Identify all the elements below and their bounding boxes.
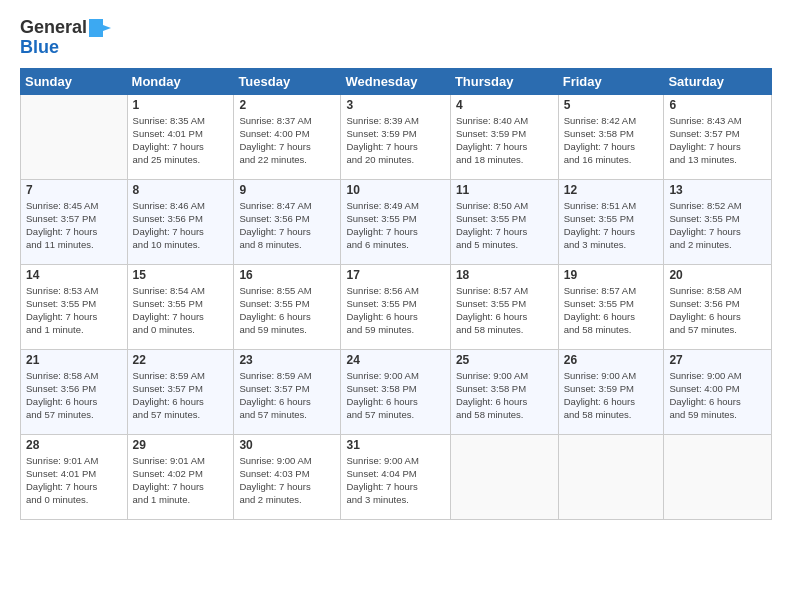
calendar-day-cell: 29Sunrise: 9:01 AM Sunset: 4:02 PM Dayli… — [127, 434, 234, 519]
calendar-day-cell: 21Sunrise: 8:58 AM Sunset: 3:56 PM Dayli… — [21, 349, 128, 434]
calendar-day-cell: 7Sunrise: 8:45 AM Sunset: 3:57 PM Daylig… — [21, 179, 128, 264]
calendar-day-cell: 26Sunrise: 9:00 AM Sunset: 3:59 PM Dayli… — [558, 349, 664, 434]
day-of-week-header: Friday — [558, 68, 664, 94]
day-of-week-header: Tuesday — [234, 68, 341, 94]
day-of-week-header: Thursday — [450, 68, 558, 94]
day-info: Sunrise: 8:42 AM Sunset: 3:58 PM Dayligh… — [564, 114, 659, 167]
day-number: 21 — [26, 353, 122, 367]
day-of-week-header: Monday — [127, 68, 234, 94]
day-info: Sunrise: 9:00 AM Sunset: 3:58 PM Dayligh… — [456, 369, 553, 422]
calendar-day-cell: 5Sunrise: 8:42 AM Sunset: 3:58 PM Daylig… — [558, 94, 664, 179]
day-info: Sunrise: 9:00 AM Sunset: 4:04 PM Dayligh… — [346, 454, 444, 507]
calendar-day-cell: 22Sunrise: 8:59 AM Sunset: 3:57 PM Dayli… — [127, 349, 234, 434]
calendar-day-cell: 12Sunrise: 8:51 AM Sunset: 3:55 PM Dayli… — [558, 179, 664, 264]
day-info: Sunrise: 9:01 AM Sunset: 4:02 PM Dayligh… — [133, 454, 229, 507]
day-info: Sunrise: 8:58 AM Sunset: 3:56 PM Dayligh… — [26, 369, 122, 422]
page-header: General Blue — [20, 18, 772, 58]
logo-arrow-icon — [89, 19, 111, 37]
day-info: Sunrise: 8:50 AM Sunset: 3:55 PM Dayligh… — [456, 199, 553, 252]
day-number: 11 — [456, 183, 553, 197]
day-number: 2 — [239, 98, 335, 112]
calendar-day-cell: 9Sunrise: 8:47 AM Sunset: 3:56 PM Daylig… — [234, 179, 341, 264]
calendar-week-row: 28Sunrise: 9:01 AM Sunset: 4:01 PM Dayli… — [21, 434, 772, 519]
calendar-day-cell: 16Sunrise: 8:55 AM Sunset: 3:55 PM Dayli… — [234, 264, 341, 349]
calendar-day-cell: 25Sunrise: 9:00 AM Sunset: 3:58 PM Dayli… — [450, 349, 558, 434]
day-info: Sunrise: 8:57 AM Sunset: 3:55 PM Dayligh… — [564, 284, 659, 337]
calendar-week-row: 7Sunrise: 8:45 AM Sunset: 3:57 PM Daylig… — [21, 179, 772, 264]
day-of-week-header: Saturday — [664, 68, 772, 94]
day-info: Sunrise: 8:56 AM Sunset: 3:55 PM Dayligh… — [346, 284, 444, 337]
calendar-day-cell: 3Sunrise: 8:39 AM Sunset: 3:59 PM Daylig… — [341, 94, 450, 179]
day-number: 15 — [133, 268, 229, 282]
day-number: 4 — [456, 98, 553, 112]
day-info: Sunrise: 8:52 AM Sunset: 3:55 PM Dayligh… — [669, 199, 766, 252]
day-info: Sunrise: 8:37 AM Sunset: 4:00 PM Dayligh… — [239, 114, 335, 167]
day-number: 14 — [26, 268, 122, 282]
day-info: Sunrise: 8:35 AM Sunset: 4:01 PM Dayligh… — [133, 114, 229, 167]
day-info: Sunrise: 9:00 AM Sunset: 3:59 PM Dayligh… — [564, 369, 659, 422]
day-number: 27 — [669, 353, 766, 367]
calendar-header-row: SundayMondayTuesdayWednesdayThursdayFrid… — [21, 68, 772, 94]
day-number: 16 — [239, 268, 335, 282]
day-of-week-header: Sunday — [21, 68, 128, 94]
calendar-table: SundayMondayTuesdayWednesdayThursdayFrid… — [20, 68, 772, 520]
calendar-day-cell — [664, 434, 772, 519]
day-number: 28 — [26, 438, 122, 452]
calendar-day-cell: 28Sunrise: 9:01 AM Sunset: 4:01 PM Dayli… — [21, 434, 128, 519]
logo: General Blue — [20, 18, 111, 58]
day-number: 8 — [133, 183, 229, 197]
svg-marker-0 — [89, 19, 111, 37]
day-info: Sunrise: 8:45 AM Sunset: 3:57 PM Dayligh… — [26, 199, 122, 252]
calendar-day-cell — [21, 94, 128, 179]
calendar-day-cell: 30Sunrise: 9:00 AM Sunset: 4:03 PM Dayli… — [234, 434, 341, 519]
calendar-day-cell: 17Sunrise: 8:56 AM Sunset: 3:55 PM Dayli… — [341, 264, 450, 349]
calendar-day-cell: 4Sunrise: 8:40 AM Sunset: 3:59 PM Daylig… — [450, 94, 558, 179]
calendar-day-cell — [450, 434, 558, 519]
logo-general: General — [20, 18, 87, 38]
day-info: Sunrise: 8:59 AM Sunset: 3:57 PM Dayligh… — [133, 369, 229, 422]
calendar-day-cell: 10Sunrise: 8:49 AM Sunset: 3:55 PM Dayli… — [341, 179, 450, 264]
day-info: Sunrise: 8:57 AM Sunset: 3:55 PM Dayligh… — [456, 284, 553, 337]
day-number: 9 — [239, 183, 335, 197]
day-number: 26 — [564, 353, 659, 367]
day-info: Sunrise: 8:55 AM Sunset: 3:55 PM Dayligh… — [239, 284, 335, 337]
day-info: Sunrise: 8:58 AM Sunset: 3:56 PM Dayligh… — [669, 284, 766, 337]
day-info: Sunrise: 8:54 AM Sunset: 3:55 PM Dayligh… — [133, 284, 229, 337]
day-info: Sunrise: 8:46 AM Sunset: 3:56 PM Dayligh… — [133, 199, 229, 252]
calendar-day-cell: 23Sunrise: 8:59 AM Sunset: 3:57 PM Dayli… — [234, 349, 341, 434]
day-number: 10 — [346, 183, 444, 197]
day-info: Sunrise: 8:39 AM Sunset: 3:59 PM Dayligh… — [346, 114, 444, 167]
calendar-day-cell: 13Sunrise: 8:52 AM Sunset: 3:55 PM Dayli… — [664, 179, 772, 264]
day-number: 13 — [669, 183, 766, 197]
calendar-day-cell: 14Sunrise: 8:53 AM Sunset: 3:55 PM Dayli… — [21, 264, 128, 349]
calendar-day-cell: 11Sunrise: 8:50 AM Sunset: 3:55 PM Dayli… — [450, 179, 558, 264]
calendar-week-row: 21Sunrise: 8:58 AM Sunset: 3:56 PM Dayli… — [21, 349, 772, 434]
day-of-week-header: Wednesday — [341, 68, 450, 94]
day-number: 23 — [239, 353, 335, 367]
calendar-day-cell: 20Sunrise: 8:58 AM Sunset: 3:56 PM Dayli… — [664, 264, 772, 349]
day-info: Sunrise: 9:00 AM Sunset: 4:00 PM Dayligh… — [669, 369, 766, 422]
calendar-day-cell: 15Sunrise: 8:54 AM Sunset: 3:55 PM Dayli… — [127, 264, 234, 349]
day-number: 17 — [346, 268, 444, 282]
day-number: 7 — [26, 183, 122, 197]
day-info: Sunrise: 9:00 AM Sunset: 3:58 PM Dayligh… — [346, 369, 444, 422]
calendar-day-cell: 1Sunrise: 8:35 AM Sunset: 4:01 PM Daylig… — [127, 94, 234, 179]
day-number: 31 — [346, 438, 444, 452]
day-number: 29 — [133, 438, 229, 452]
day-number: 3 — [346, 98, 444, 112]
calendar-day-cell: 27Sunrise: 9:00 AM Sunset: 4:00 PM Dayli… — [664, 349, 772, 434]
day-info: Sunrise: 9:01 AM Sunset: 4:01 PM Dayligh… — [26, 454, 122, 507]
day-number: 6 — [669, 98, 766, 112]
calendar-day-cell: 19Sunrise: 8:57 AM Sunset: 3:55 PM Dayli… — [558, 264, 664, 349]
day-info: Sunrise: 8:40 AM Sunset: 3:59 PM Dayligh… — [456, 114, 553, 167]
day-info: Sunrise: 9:00 AM Sunset: 4:03 PM Dayligh… — [239, 454, 335, 507]
day-info: Sunrise: 8:49 AM Sunset: 3:55 PM Dayligh… — [346, 199, 444, 252]
calendar-day-cell: 18Sunrise: 8:57 AM Sunset: 3:55 PM Dayli… — [450, 264, 558, 349]
calendar-day-cell — [558, 434, 664, 519]
calendar-day-cell: 31Sunrise: 9:00 AM Sunset: 4:04 PM Dayli… — [341, 434, 450, 519]
day-number: 20 — [669, 268, 766, 282]
calendar-day-cell: 2Sunrise: 8:37 AM Sunset: 4:00 PM Daylig… — [234, 94, 341, 179]
day-number: 25 — [456, 353, 553, 367]
day-info: Sunrise: 8:53 AM Sunset: 3:55 PM Dayligh… — [26, 284, 122, 337]
day-number: 5 — [564, 98, 659, 112]
